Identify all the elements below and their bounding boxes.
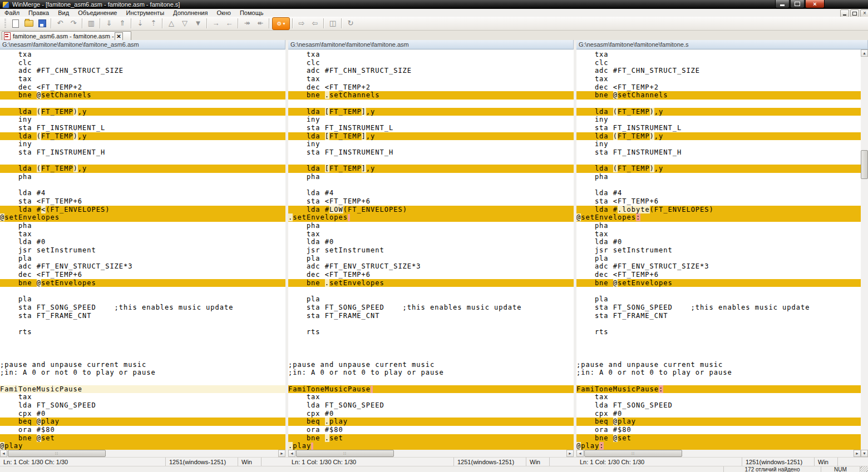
code-line: FamiToneMusicPause: xyxy=(576,385,861,394)
copy-left-button[interactable]: ← xyxy=(223,18,235,29)
code-line: clc xyxy=(576,59,861,67)
code-line: ora #$80 xyxy=(576,426,861,434)
menu-window[interactable]: Окно xyxy=(212,9,235,17)
refresh-button[interactable]: ↻ xyxy=(344,18,357,29)
numlock-status: NUM xyxy=(821,466,860,472)
redo-button[interactable]: ↷ xyxy=(67,18,80,29)
copy-left-advance-button[interactable]: ↞ xyxy=(254,18,267,29)
code-line xyxy=(0,181,285,190)
maximize-button[interactable] xyxy=(790,0,805,8)
vscrollbar[interactable]: ▲ ▼ xyxy=(861,49,868,457)
menu-view[interactable]: Вид xyxy=(53,9,73,17)
save-button[interactable] xyxy=(36,18,48,29)
scroll-up-icon[interactable]: ▲ xyxy=(861,49,868,57)
code-line: sta <FT_TEMP+6 xyxy=(288,197,574,206)
hscrollbar-right[interactable]: ◄ ⁞⁞ ► xyxy=(576,450,861,457)
last-difference-button[interactable]: ▼ xyxy=(192,18,204,29)
code-line: lda (FT_TEMP),y xyxy=(576,165,861,173)
code-line: ;in: A 0 or not 0 to play or pause xyxy=(576,369,861,377)
mdi-close-button[interactable]: × xyxy=(860,9,868,17)
prev-difference-button[interactable]: ⇑ xyxy=(116,18,129,29)
code-line: .play xyxy=(288,442,574,450)
status-eol: Win xyxy=(238,458,262,466)
code-line: clc xyxy=(0,59,285,67)
menu-plugins[interactable]: Дополнения xyxy=(169,9,212,17)
copy-right-advance-button[interactable]: ↠ xyxy=(241,18,253,29)
code-line xyxy=(0,352,285,361)
mdi-minimize-button[interactable] xyxy=(840,9,849,17)
code-line: clc xyxy=(288,59,574,67)
hscrollbar-middle[interactable]: ◄ ⁞⁞ ► xyxy=(288,450,574,457)
code-pane-left[interactable]: txa clc adc #FT_CHN_STRUCT_SIZE tax dec … xyxy=(0,49,285,450)
resize-grip[interactable] xyxy=(860,466,868,472)
title-bar: WinMerge - [famitone_asm6.asm - famitone… xyxy=(0,0,868,9)
code-pane-middle[interactable]: txa clc adc #FT_CHN_STRUCT_SIZE tax dec … xyxy=(288,49,574,450)
copy-all-left-button[interactable]: ⇦ xyxy=(309,18,321,29)
new-file-button[interactable] xyxy=(9,18,22,29)
code-line xyxy=(288,352,574,361)
prev-3way-difference-button[interactable]: ⇡ xyxy=(147,18,160,29)
code-line: ;pause and unpause current music xyxy=(576,361,861,369)
minimize-button[interactable] xyxy=(775,0,790,8)
code-line: tax xyxy=(576,230,861,239)
code-line: beq @play xyxy=(576,418,861,426)
code-line: adc #FT_CHN_STRUCT_SIZE xyxy=(576,67,861,75)
scroll-right-icon[interactable]: ► xyxy=(854,450,861,457)
code-line: lda (FT_TEMP),y xyxy=(0,108,285,116)
code-line: txa xyxy=(288,51,574,59)
next-difference-button[interactable]: ⇓ xyxy=(103,18,115,29)
mdi-restore-button[interactable] xyxy=(850,9,859,17)
split-view-button[interactable]: ▥ xyxy=(85,18,97,29)
code-line: bne .setChannels xyxy=(288,91,574,100)
code-line xyxy=(288,377,574,385)
tab-close-icon[interactable]: ✕ xyxy=(115,32,123,41)
scroll-left-icon[interactable]: ◄ xyxy=(0,450,7,457)
hscroll-thumb[interactable]: ⁞⁞ xyxy=(584,450,682,457)
code-line: lda FT_SONG_SPEED xyxy=(288,401,574,410)
code-line: iny xyxy=(576,116,861,124)
copy-right-button[interactable]: → xyxy=(210,18,222,29)
menu-edit[interactable]: Правка xyxy=(24,9,53,17)
code-line: adc #FT_ENV_STRUCT_SIZE*3 xyxy=(576,262,861,271)
menu-help[interactable]: Помощь xyxy=(235,9,268,17)
code-line: pla xyxy=(288,255,574,263)
scroll-right-icon[interactable]: ► xyxy=(566,450,574,457)
open-button[interactable] xyxy=(23,18,35,29)
tab-famitone-compare[interactable]: famitone_asm6.asm - famitone.asm - famit… xyxy=(2,31,131,41)
code-line: pla xyxy=(288,295,574,304)
current-difference-button[interactable]: ▽ xyxy=(179,18,191,29)
scroll-left-icon[interactable]: ◄ xyxy=(288,450,295,457)
scroll-down-icon[interactable]: ▼ xyxy=(861,450,868,457)
next-3way-difference-button[interactable]: ⇣ xyxy=(134,18,146,29)
code-line: sta FT_SONG_SPEED ;this enables music up… xyxy=(576,304,861,312)
code-line: sta FT_FRAME_CNT xyxy=(576,312,861,320)
code-line: sta FT_FRAME_CNT xyxy=(288,312,574,320)
code-line: ora #$80 xyxy=(0,426,285,434)
scroll-left-icon[interactable]: ◄ xyxy=(576,450,584,457)
close-button[interactable]: × xyxy=(805,0,825,8)
vscroll-thumb[interactable] xyxy=(861,150,868,179)
copy-all-right-button[interactable]: ⇨ xyxy=(295,18,308,29)
hscroll-thumb[interactable]: ⁞⁞ xyxy=(8,450,106,457)
hscrollbar-left[interactable]: ◄ ⁞⁞ ► xyxy=(0,450,285,457)
code-line xyxy=(0,157,285,165)
status-line-col: Ln: 1 Col: 1/30 Ch: 1/30 xyxy=(288,458,454,466)
compare-button[interactable]: ◫ xyxy=(327,18,339,29)
code-line xyxy=(0,287,285,295)
toolbar-separator xyxy=(238,18,239,28)
code-pane-right[interactable]: txa clc adc #FT_CHN_STRUCT_SIZE tax dec … xyxy=(576,49,861,450)
menu-merge[interactable]: Объединение xyxy=(73,9,121,17)
code-line xyxy=(288,320,574,328)
hscroll-thumb[interactable]: ⁞⁞ xyxy=(296,450,394,457)
toolbar-separator xyxy=(269,18,270,28)
menu-tools[interactable]: Инструменты xyxy=(121,9,169,17)
menu-file[interactable]: Файл xyxy=(0,9,24,17)
code-line: lda FT_SONG_SPEED xyxy=(0,401,285,410)
code-line xyxy=(0,336,285,345)
options-button[interactable]: ⚙▾ xyxy=(272,17,290,30)
scroll-right-icon[interactable]: ► xyxy=(278,450,285,457)
undo-button[interactable]: ↶ xyxy=(54,18,66,29)
code-line: lda (FT_TEMP),y xyxy=(576,132,861,141)
first-difference-button[interactable]: △ xyxy=(165,18,177,29)
code-line xyxy=(576,100,861,108)
